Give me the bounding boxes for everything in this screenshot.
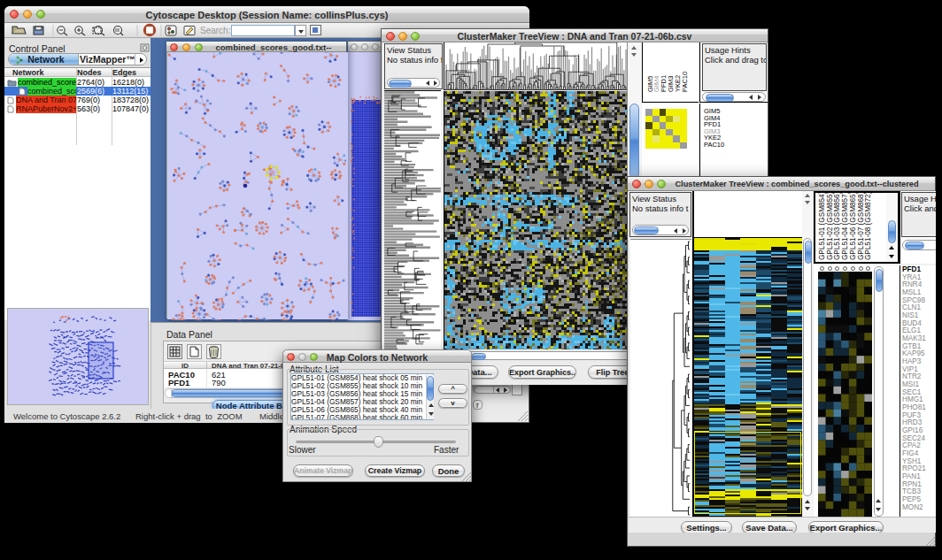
svg-text:GPL51-07 (GSM868): GPL51-07 (GSM868) [857,193,865,260]
svg-text:GPL51-08 (GSM872): GPL51-08 (GSM872) [864,193,872,260]
svg-text:GPL51-06 (GSM865): GPL51-06 (GSM865) [849,193,857,260]
svg-text:PAC10: PAC10 [681,72,689,92]
svg-text:Search:: Search: [200,26,230,35]
svg-text:GPL51-03 (GSM856): GPL51-03 (GSM856) [833,193,841,260]
svg-text:GPL51-02 (GSM855): GPL51-02 (GSM855) [826,193,834,260]
svg-text:GPL51-01 (GSM854): GPL51-01 (GSM854) [818,193,826,260]
svg-text:GPL51-04 (GSM857): GPL51-04 (GSM857) [841,193,849,260]
